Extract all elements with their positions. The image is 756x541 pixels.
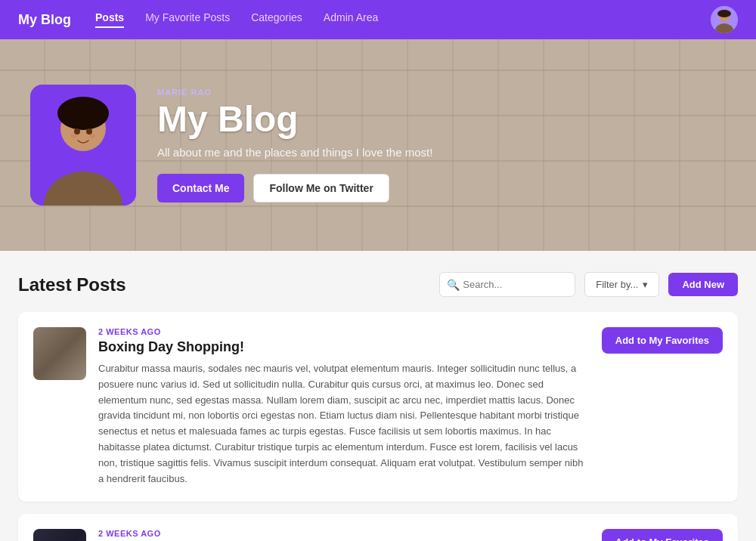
- post-thumbnail: [33, 327, 86, 380]
- post-card: 2 WEEKS AGO Boxing Day Shopping! Curabit…: [18, 312, 738, 502]
- filter-label: Filter by...: [596, 279, 638, 290]
- hero-author: MARIE RAO: [157, 88, 432, 97]
- chevron-down-icon: ▾: [643, 279, 648, 290]
- filter-button[interactable]: Filter by... ▾: [584, 272, 659, 297]
- post-thumbnail: [33, 529, 86, 541]
- nav-link-admin-area[interactable]: Admin Area: [324, 11, 378, 28]
- hero-subtitle: All about me and the places and things I…: [157, 146, 432, 159]
- search-icon: 🔍: [447, 279, 460, 291]
- hero-text: MARIE RAO My Blog All about me and the p…: [157, 88, 432, 202]
- hero-section: MARIE RAO My Blog All about me and the p…: [0, 39, 756, 251]
- nav-avatar[interactable]: [711, 6, 738, 33]
- nav-link-my-favorite-posts[interactable]: My Favorite Posts: [145, 11, 230, 28]
- post-action: Add to My Favorites: [602, 327, 723, 354]
- main-content: Latest Posts 🔍 Filter by... ▾ Add New 2 …: [0, 251, 756, 541]
- post-meta: 2 WEEKS AGO: [98, 529, 590, 538]
- hero-avatar: [30, 85, 136, 206]
- post-meta: 2 WEEKS AGO: [98, 327, 590, 336]
- post-title: Boxing Day Shopping!: [98, 339, 590, 355]
- twitter-follow-button[interactable]: Follow Me on Twitter: [253, 174, 389, 202]
- navigation: My Blog PostsMy Favorite PostsCategories…: [0, 0, 756, 39]
- add-new-button[interactable]: Add New: [668, 273, 738, 296]
- nav-link-categories[interactable]: Categories: [251, 11, 302, 28]
- hero-actions: Contact Me Follow Me on Twitter: [157, 174, 432, 202]
- nav-links: PostsMy Favorite PostsCategoriesAdmin Ar…: [95, 11, 711, 28]
- post-action: Add to My Favorites: [602, 529, 723, 541]
- svg-point-3: [717, 10, 731, 17]
- posts-title: Latest Posts: [18, 274, 439, 295]
- svg-point-10: [71, 134, 77, 138]
- search-input[interactable]: [439, 272, 575, 297]
- posts-header: Latest Posts 🔍 Filter by... ▾ Add New: [18, 272, 738, 297]
- posts-list: 2 WEEKS AGO Boxing Day Shopping! Curabit…: [18, 312, 738, 541]
- hero-title: My Blog: [157, 100, 432, 140]
- nav-link-posts[interactable]: Posts: [95, 11, 124, 28]
- post-body: 2 WEEKS AGO Boxing Day Shopping! Curabit…: [98, 327, 590, 487]
- nav-logo[interactable]: My Blog: [18, 12, 71, 28]
- svg-point-11: [89, 134, 95, 138]
- svg-point-7: [57, 97, 109, 130]
- add-to-favorites-button[interactable]: Add to My Favorites: [602, 327, 723, 354]
- hero-content: MARIE RAO My Blog All about me and the p…: [30, 85, 432, 206]
- add-to-favorites-button[interactable]: Add to My Favorites: [602, 529, 723, 541]
- post-excerpt: Curabitur massa mauris, sodales nec maur…: [98, 361, 590, 487]
- post-body: 2 WEEKS AGO Merry Christmas! Fusce dictu…: [98, 529, 590, 541]
- svg-point-8: [74, 128, 80, 134]
- search-wrapper: 🔍: [439, 272, 575, 297]
- post-card: 2 WEEKS AGO Merry Christmas! Fusce dictu…: [18, 514, 738, 541]
- svg-point-9: [86, 128, 92, 134]
- contact-me-button[interactable]: Contact Me: [157, 174, 244, 202]
